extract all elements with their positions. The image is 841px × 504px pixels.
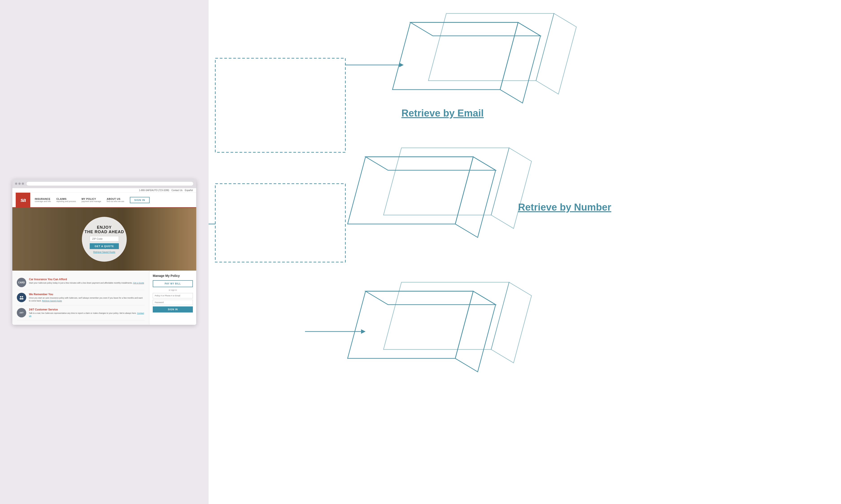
para-front-mid [348, 157, 473, 224]
para-right-mid [455, 157, 496, 237]
para-front-top [393, 22, 518, 90]
para-back-right-bot [491, 282, 532, 363]
para-right-top [500, 22, 540, 103]
para-front-bot [348, 291, 473, 358]
feature-icon-people [17, 293, 26, 302]
feature-item-afford: CARD Car Insurance You Can Afford Start … [17, 275, 145, 290]
nav-mypolicy[interactable]: MY POLICY payment and manage [82, 198, 101, 202]
svg-point-1 [22, 296, 23, 298]
arrow-head-top-right [399, 63, 404, 67]
right-panel: Retrieve by Email Retrieve by Number [209, 0, 841, 504]
dot-yellow [18, 183, 21, 185]
para-top-top [410, 22, 540, 36]
para-top-mid [365, 157, 496, 170]
para-back-bot [383, 282, 509, 349]
get-quote-link[interactable]: Get a Quote [133, 282, 144, 284]
password-input[interactable] [153, 300, 193, 305]
nav-claims[interactable]: CLAIMS reporting and process [56, 198, 76, 202]
para-back-right-mid [491, 148, 532, 229]
hero-title: ENJOY THE ROAD AHEAD [85, 226, 124, 234]
logo-text: sa [20, 197, 25, 203]
feature-desc-247: Talk to a real, live SafeAuto representa… [29, 312, 145, 318]
feature-item-remember: We Remember You Once you start an auto i… [17, 290, 145, 305]
site-header: sa INSURANCE coverage and info CLAIMS re… [12, 193, 196, 208]
svg-point-3 [21, 298, 23, 300]
sign-in-policy-button[interactable]: SIGN IN [153, 306, 193, 312]
feature-title-247: 24/7 Customer Service [29, 308, 145, 311]
language-link[interactable]: Español [185, 189, 193, 192]
browser-dots [15, 183, 24, 185]
get-quote-button[interactable]: GET A QUOTE [90, 243, 119, 249]
para-back-top [428, 14, 554, 80]
feature-icon-card: CARD [17, 278, 26, 287]
diagram-svg: Retrieve by Email Retrieve by Number [209, 0, 841, 504]
top-bar: 1-800-SAFEAUTO (723-3288) Contact Us Esp… [12, 188, 196, 193]
feature-text-afford: Car Insurance You Can Afford Start your … [29, 278, 144, 287]
para-right-bot [455, 291, 496, 372]
retrieve-by-number-label: Retrieve by Number [518, 202, 611, 213]
feature-title-afford: Car Insurance You Can Afford [29, 278, 144, 281]
nav-insurance[interactable]: INSURANCE coverage and info [35, 198, 51, 202]
nav-aboutus[interactable]: ABOUT US find out who we are [107, 198, 124, 202]
left-panel: 1-800-SAFEAUTO (723-3288) Contact Us Esp… [0, 0, 209, 504]
retrieve-saved-link[interactable]: Retrieve Saved Quote [42, 300, 62, 302]
main-nav: INSURANCE coverage and info CLAIMS repor… [30, 197, 193, 203]
feature-title-remember: We Remember You [29, 293, 145, 296]
zip-input[interactable] [90, 236, 119, 241]
browser-address-bar[interactable] [26, 181, 193, 186]
retrieve-saved-quote-link[interactable]: Retrieve Saved Quote [93, 251, 115, 253]
para-top-bot [365, 291, 496, 305]
browser-window: 1-800-SAFEAUTO (723-3288) Contact Us Esp… [12, 179, 196, 325]
feature-desc-afford: Start your SafeAuto policy today in just… [29, 282, 144, 285]
svg-point-0 [20, 296, 21, 298]
feature-text-247: 24/7 Customer Service Talk to a real, li… [29, 308, 145, 318]
site-content: 1-800-SAFEAUTO (723-3288) Contact Us Esp… [12, 188, 196, 325]
sign-in-button[interactable]: SIGN IN [130, 197, 150, 203]
site-bottom: CARD Car Insurance You Can Afford Start … [12, 271, 196, 325]
feature-item-247: 24/7 24/7 Customer Service Talk to a rea… [17, 305, 145, 320]
browser-chrome [12, 179, 196, 188]
policy-number-input[interactable] [153, 293, 193, 299]
hero-circle: ENJOY THE ROAD AHEAD GET A QUOTE Retriev… [82, 217, 127, 262]
or-sign-in-label: or sign in [153, 289, 193, 291]
contact-us-link[interactable]: Contact Us [29, 312, 144, 317]
para-back-right-top [536, 14, 577, 94]
site-logo[interactable]: sa [16, 193, 30, 207]
phone-number: 1-800-SAFEAUTO (723-3288) [139, 189, 169, 192]
features-section: CARD Car Insurance You Can Afford Start … [12, 271, 149, 325]
feature-icon-247: 24/7 [17, 308, 26, 318]
para-back-mid [383, 148, 509, 215]
pay-my-bill-button[interactable]: PAY MY BILL [153, 280, 193, 287]
contact-link[interactable]: Contact Us [171, 189, 182, 192]
dashed-rect-middle [215, 184, 345, 262]
retrieve-by-email-label: Retrieve by Email [401, 108, 484, 119]
dot-red [15, 183, 17, 185]
feature-desc-remember: Once you start an auto insurance policy … [29, 296, 145, 302]
arrow-head-middle-right [361, 329, 365, 334]
hero-section: ENJOY THE ROAD AHEAD GET A QUOTE Retriev… [12, 208, 196, 271]
dot-green [22, 183, 24, 185]
feature-text-remember: We Remember You Once you start an auto i… [29, 293, 145, 302]
policy-section: Manage My Policy PAY MY BILL or sign in … [149, 271, 196, 325]
dashed-rect-top [215, 58, 345, 152]
policy-title: Manage My Policy [153, 274, 193, 277]
